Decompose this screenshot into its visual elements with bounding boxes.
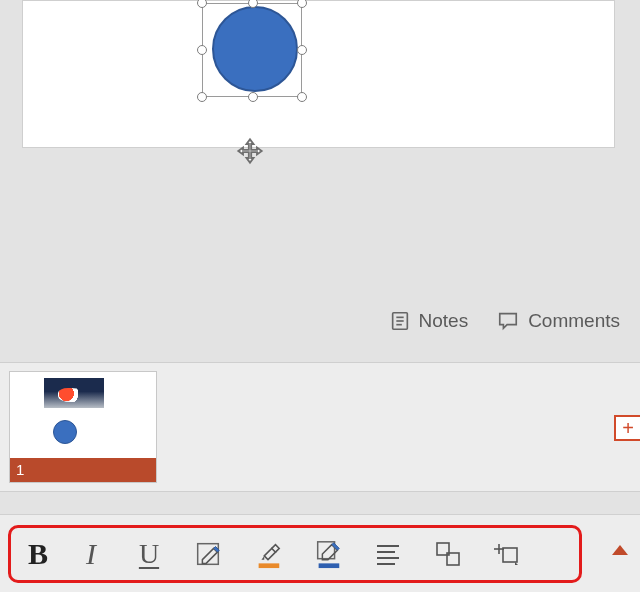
comments-icon [496,310,520,332]
notes-label: Notes [419,310,469,332]
comments-label: Comments [528,310,620,332]
expand-toolbar-button[interactable] [612,545,628,555]
thumbnail-image [44,378,104,408]
paragraph-icon [374,542,402,566]
paragraph-button[interactable] [358,529,418,579]
italic-button[interactable]: I [62,529,120,579]
font-color-button[interactable] [178,529,238,579]
status-bar: Notes Comments [389,310,621,332]
underline-button[interactable]: U [120,529,178,579]
resize-handle-ml[interactable] [197,45,207,55]
arrange-button[interactable] [418,529,478,579]
svg-rect-7 [319,563,340,568]
resize-handle-bm[interactable] [248,92,258,102]
resize-handle-br[interactable] [297,92,307,102]
formatting-toolbar-area: B I U [0,514,640,592]
resize-handle-bl[interactable] [197,92,207,102]
notes-icon [389,310,411,332]
new-slide-button[interactable]: + [614,415,640,441]
slide-thumbnail-1[interactable]: 1 [9,371,157,483]
arrange-icon [433,540,463,568]
circle-shape[interactable] [212,6,298,92]
svg-rect-14 [503,548,517,562]
plus-icon: + [616,417,640,439]
slide-thumbnail-strip: 1 + [0,362,640,492]
comments-button[interactable]: Comments [496,310,620,332]
highlight-color-icon [253,537,283,571]
resize-handle-mr[interactable] [297,45,307,55]
move-cursor-icon [236,137,264,165]
notes-button[interactable]: Notes [389,310,469,332]
shape-outline-color-button[interactable] [298,529,358,579]
highlight-color-button[interactable] [238,529,298,579]
thumbnail-circle-shape [53,420,77,444]
underline-label: U [139,538,159,570]
insert-icon [493,540,523,568]
insert-button[interactable] [478,529,538,579]
font-color-icon [193,539,223,569]
slide-canvas[interactable] [22,0,615,148]
formatting-toolbar: B I U [14,529,576,579]
bold-label: B [28,537,48,571]
svg-rect-5 [259,563,280,568]
slide-number-bar: 1 [10,458,156,482]
italic-label: I [86,537,96,571]
bold-button[interactable]: B [14,529,62,579]
resize-handle-tr[interactable] [297,0,307,8]
slide-number: 1 [16,461,24,478]
selected-shape[interactable] [198,0,306,101]
shape-outline-color-icon [313,537,343,571]
